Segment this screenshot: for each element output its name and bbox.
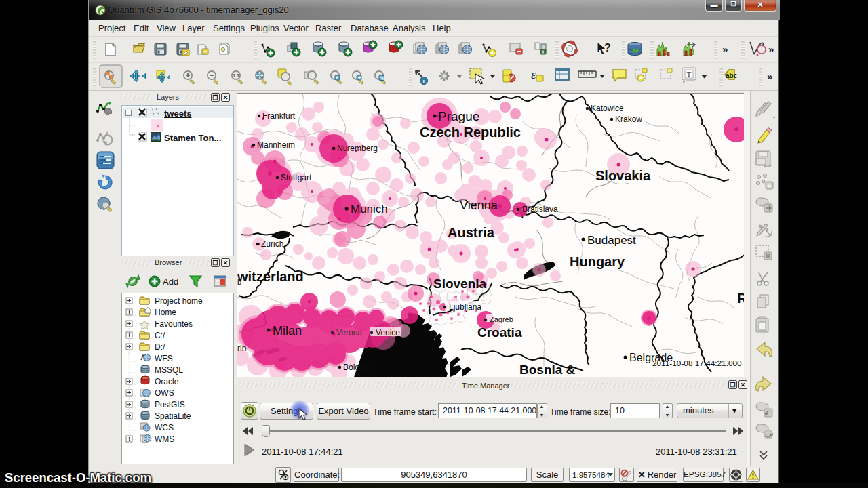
svg-text:WMS: WMS [155,434,174,444]
svg-text:OWS: OWS [155,388,174,398]
svg-text:WFS: WFS [155,354,173,363]
svg-text:Bratislava: Bratislava [522,205,558,214]
svg-text:Prague: Prague [438,109,479,123]
svg-text:»: » [767,70,772,82]
svg-text:?: ? [604,42,611,54]
svg-text:witzerland: witzerland [237,269,304,284]
svg-text:abc: abc [726,72,738,79]
svg-text:Bosnia &: Bosnia & [519,363,576,377]
svg-text:Zagreb: Zagreb [490,315,513,323]
svg-text:C:/: C:/ [155,331,165,340]
svg-text:Oracle: Oracle [155,377,179,386]
svg-text:Munich: Munich [351,203,388,216]
svg-text:ε: ε [531,67,536,81]
svg-text:i: i [423,78,425,85]
svg-text:Zurich: Zurich [261,239,283,249]
svg-text:Nuremberg: Nuremberg [337,144,378,153]
svg-text:Stuttgart: Stuttgart [281,173,312,182]
svg-text:PostGIS: PostGIS [155,400,185,409]
svg-text:Bologna: Bologna [343,363,373,372]
svg-text:Austria: Austria [448,225,495,240]
svg-text:Frankfurt: Frankfurt [262,111,296,121]
svg-text:Mannheim: Mannheim [257,140,295,150]
svg-text:Krakow: Krakow [615,115,642,124]
svg-text:Project home: Project home [155,296,203,306]
svg-text:Add: Add [163,277,178,287]
svg-text:Slovakia: Slovakia [595,168,651,183]
svg-text:Czech Republic: Czech Republic [420,125,521,140]
svg-text:MSSQL: MSSQL [155,365,183,375]
svg-text:Verona: Verona [336,328,362,338]
svg-text:Katowice: Katowice [591,104,624,113]
svg-text:Home: Home [155,308,176,317]
svg-text:Favourites: Favourites [155,319,193,329]
svg-text:T: T [687,70,692,78]
svg-text:Hungary: Hungary [570,254,625,269]
svg-text:1:1: 1:1 [233,73,240,78]
svg-text:Venice: Venice [376,328,400,338]
svg-text:b: b [237,278,241,286]
svg-text:Croatia: Croatia [477,325,522,340]
svg-text:Milan: Milan [273,324,302,338]
svg-text:»: » [768,43,774,55]
svg-text:Slovenia: Slovenia [433,277,487,291]
svg-text:Vienna: Vienna [460,199,498,212]
svg-text:Ljubljana: Ljubljana [449,302,481,312]
svg-text:D:/: D:/ [155,342,165,352]
svg-text:SpatiaLite: SpatiaLite [155,411,191,421]
svg-text:rin: rin [237,344,246,353]
svg-text:2011-10-08 17:44:21.000: 2011-10-08 17:44:21.000 [652,359,742,368]
svg-text:Budapest: Budapest [587,234,636,247]
svg-text:WCS: WCS [155,423,174,432]
svg-text:»: » [722,43,728,55]
